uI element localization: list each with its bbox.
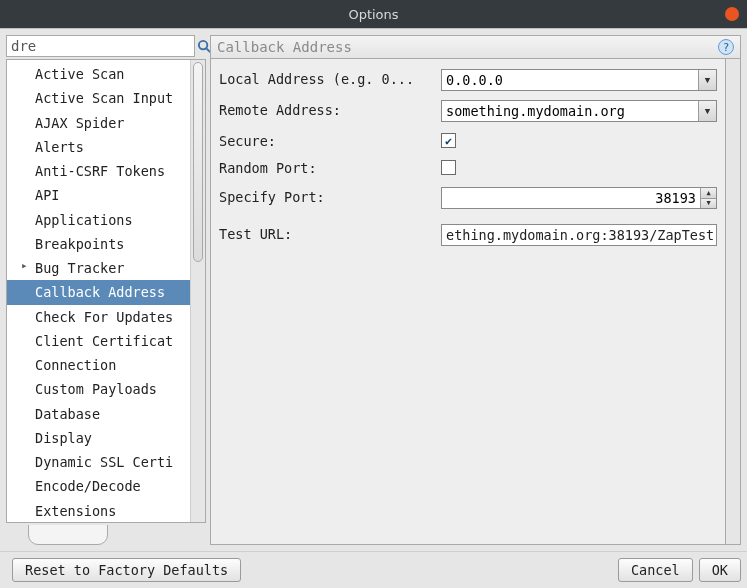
remote-address-label: Remote Address: (219, 100, 439, 122)
window-title: Options (348, 7, 398, 22)
footer: Reset to Factory Defaults Cancel OK (0, 551, 747, 588)
tree-item[interactable]: Applications (7, 208, 190, 232)
tree-item[interactable]: Encode/Decode (7, 474, 190, 498)
cancel-button[interactable]: Cancel (618, 558, 693, 582)
chevron-down-icon[interactable]: ▼ (698, 101, 716, 121)
options-tree[interactable]: Active ScanActive Scan InputAJAX SpiderA… (7, 60, 190, 522)
left-bottom-stub (6, 525, 206, 545)
content-area: Active ScanActive Scan InputAJAX SpiderA… (0, 29, 747, 551)
svg-point-0 (199, 40, 207, 48)
tree-item[interactable]: Bug Tracker (7, 256, 190, 280)
tree-item[interactable]: AJAX Spider (7, 111, 190, 135)
section-title: Callback Address (217, 39, 352, 55)
random-port-checkbox[interactable] (441, 160, 456, 175)
tree-item[interactable]: Custom Payloads (7, 377, 190, 401)
test-url-label: Test URL: (219, 224, 439, 246)
tree-item[interactable]: Active Scan Input (7, 86, 190, 110)
tree-item[interactable]: Display (7, 426, 190, 450)
specify-port-label: Specify Port: (219, 187, 439, 209)
secure-label: Secure: (219, 131, 439, 149)
remote-address-input[interactable] (442, 101, 698, 121)
tree-item[interactable]: Check For Updates (7, 305, 190, 329)
search-row (6, 35, 206, 57)
test-url-value: ething.mydomain.org:38193/ZapTest (446, 227, 714, 243)
local-address-combo[interactable]: ▼ (441, 69, 717, 91)
left-panel: Active ScanActive Scan InputAJAX SpiderA… (6, 35, 206, 545)
tree-item[interactable]: Active Scan (7, 62, 190, 86)
remote-address-combo[interactable]: ▼ (441, 100, 717, 122)
form-scrollbar[interactable] (726, 59, 741, 545)
help-icon[interactable]: ? (718, 39, 734, 55)
search-input[interactable] (6, 35, 195, 57)
scrollbar-thumb[interactable] (193, 62, 203, 262)
tree-item[interactable]: Alerts (7, 135, 190, 159)
local-address-input[interactable] (442, 70, 698, 90)
tree-item[interactable]: Dynamic SSL Certi (7, 450, 190, 474)
form-area: Local Address (e.g. 0... ▼ Remote Addres… (210, 59, 726, 545)
local-address-label: Local Address (e.g. 0... (219, 69, 439, 91)
tree-item[interactable]: Callback Address (7, 280, 190, 304)
tree-scrollbar[interactable] (190, 60, 205, 522)
test-url-field[interactable]: ething.mydomain.org:38193/ZapTest (441, 224, 717, 246)
tree-item[interactable]: Client Certificat (7, 329, 190, 353)
spinner-down-icon[interactable]: ▼ (701, 199, 716, 209)
titlebar: Options (0, 0, 747, 28)
options-dialog: Active ScanActive Scan InputAJAX SpiderA… (0, 28, 747, 588)
chevron-down-icon[interactable]: ▼ (698, 70, 716, 90)
section-header: Callback Address ? (210, 35, 741, 59)
specify-port-spinner[interactable]: ▲ ▼ (441, 187, 717, 209)
specify-port-input[interactable] (442, 188, 700, 208)
options-tree-container: Active ScanActive Scan InputAJAX SpiderA… (6, 59, 206, 523)
tree-item[interactable]: Connection (7, 353, 190, 377)
spinner-up-icon[interactable]: ▲ (701, 188, 716, 199)
secure-checkbox[interactable]: ✔ (441, 133, 456, 148)
random-port-label: Random Port: (219, 158, 439, 178)
tree-item[interactable]: Breakpoints (7, 232, 190, 256)
reset-button[interactable]: Reset to Factory Defaults (12, 558, 241, 582)
right-panel: Callback Address ? Local Address (e.g. 0… (210, 35, 741, 545)
ok-button[interactable]: OK (699, 558, 741, 582)
close-icon[interactable] (725, 7, 739, 21)
tree-item[interactable]: Anti-CSRF Tokens (7, 159, 190, 183)
tree-item[interactable]: Database (7, 402, 190, 426)
tree-item[interactable]: Extensions (7, 499, 190, 523)
tree-item[interactable]: API (7, 183, 190, 207)
